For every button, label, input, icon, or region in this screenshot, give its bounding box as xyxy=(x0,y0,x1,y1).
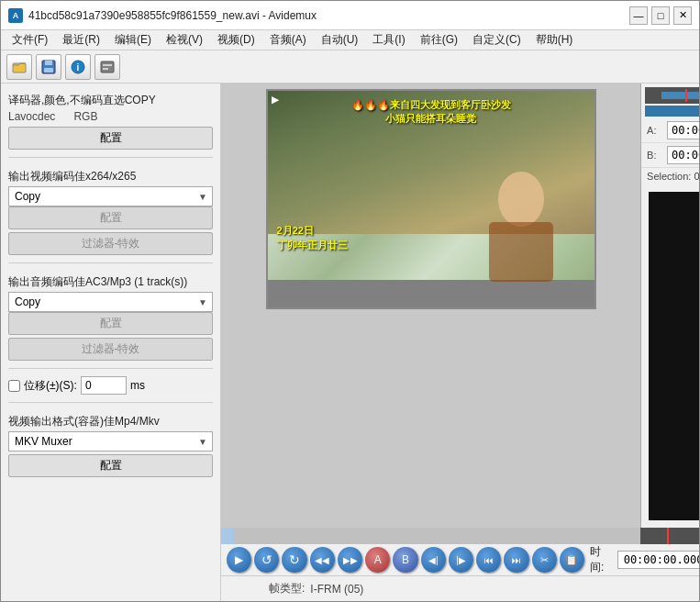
svg-rect-3 xyxy=(44,68,53,72)
audio-codec-label: 输出音频编码佳AC3/Mp3 (1 track(s)) xyxy=(8,274,213,290)
offset-input[interactable] xyxy=(81,376,127,395)
frame-type-label: 帧类型: xyxy=(269,581,305,596)
next-keyframe-button[interactable]: ⏭ xyxy=(504,547,528,573)
selection-indicator xyxy=(645,106,699,117)
selection-value: 00:00:02.880 xyxy=(694,171,699,182)
cut-button[interactable]: ✂ xyxy=(532,547,557,573)
selection-info: Selection: 00:00:02.880 xyxy=(641,168,699,184)
video-preview: 🔥🔥🔥来自四大发现到客厅卧沙发 小猫只能搭耳朵睡觉 2月22日 丁卯年正月廿三 … xyxy=(266,89,596,309)
scrubber-side xyxy=(640,528,699,544)
svg-text:i: i xyxy=(77,62,80,72)
divider-2 xyxy=(8,262,213,263)
open-button[interactable] xyxy=(6,54,32,80)
codec-info: Lavocdec RGB xyxy=(8,110,213,123)
toolbar: i xyxy=(1,50,699,84)
menu-video[interactable]: 视频(D) xyxy=(210,30,262,50)
menu-edit[interactable]: 编辑(E) xyxy=(107,30,159,50)
app-icon: A xyxy=(8,8,23,23)
window-title: 41bcd58c91a7390e958855fc9f861559_new.avi… xyxy=(28,9,317,22)
time-label: 时间: xyxy=(590,544,615,575)
scrubber-main[interactable] xyxy=(221,528,640,544)
video-floor xyxy=(268,280,594,307)
svg-rect-10 xyxy=(489,222,553,282)
svg-point-9 xyxy=(498,172,544,227)
title-bar: A 41bcd58c91a7390e958855fc9f861559_new.a… xyxy=(1,1,699,30)
timecode-b-value: 00:00:02.880 xyxy=(667,146,699,164)
container-select-wrapper: MKV Muxer MP4 Muxer AVI Muxer ▼ xyxy=(8,431,213,452)
save-button[interactable] xyxy=(36,54,61,80)
timecode-a-value: 00:00:00.000 xyxy=(667,121,699,139)
video-text-line2: 小猫只能搭耳朵睡觉 xyxy=(268,112,594,126)
audio-codec-select-wrapper: Copy AAC MP3 AC3 ▼ xyxy=(8,292,213,312)
decoder-label: 译码器,颜色,不编码直选COPY xyxy=(8,93,213,108)
timecode-a-row: A: 00:00:00.000 xyxy=(641,118,699,143)
menu-tools[interactable]: 工具(I) xyxy=(365,30,412,50)
divider-3 xyxy=(8,368,213,369)
left-panel: 译码器,颜色,不编码直选COPY Lavocdec RGB 配置 输出视频编码佳… xyxy=(1,84,221,601)
frame-type-value: I-FRM (05) xyxy=(310,583,363,596)
audio-filter-button[interactable]: 过滤器-特效 xyxy=(8,338,213,361)
paste-button[interactable]: 📋 xyxy=(560,547,584,573)
info-button[interactable]: i xyxy=(65,54,91,80)
timecode-b-row: B: 00:00:02.880 xyxy=(641,143,699,168)
audio-codec-select[interactable]: Copy AAC MP3 AC3 xyxy=(8,292,213,312)
cut-end-button[interactable]: |▶ xyxy=(449,547,473,573)
mini-scrubber[interactable] xyxy=(645,87,699,104)
menu-bar: 文件(F) 最近(R) 编辑(E) 检视(V) 视频(D) 音频(A) 自动(U… xyxy=(1,30,699,50)
video-date-line1: 2月22日 xyxy=(277,224,348,238)
video-section: 🔥🔥🔥来自四大发现到客厅卧沙发 小猫只能搭耳朵睡觉 2月22日 丁卯年正月廿三 … xyxy=(221,84,640,528)
mini-scrubber-bar xyxy=(661,92,699,99)
selection-label: Selection: xyxy=(647,171,691,182)
offset-checkbox[interactable] xyxy=(8,380,20,392)
menu-custom[interactable]: 自定义(C) xyxy=(465,30,528,50)
video-overlay-text: 🔥🔥🔥来自四大发现到客厅卧沙发 小猫只能搭耳朵睡觉 xyxy=(268,98,594,127)
video-date-line2: 丁卯年正月廿三 xyxy=(277,239,348,252)
container-label: 视频输出格式(容器)佳Mp4/Mkv xyxy=(8,414,213,429)
menu-auto[interactable]: 自动(U) xyxy=(314,30,366,50)
video-filter-button[interactable]: 过滤器-特效 xyxy=(8,232,213,255)
play-button[interactable]: ▶ xyxy=(227,547,251,573)
right-info-panel: A: 00:00:00.000 B: 00:00:02.880 Selectio… xyxy=(640,84,699,528)
menu-help[interactable]: 帮助(H) xyxy=(528,30,581,50)
menu-view[interactable]: 检视(V) xyxy=(159,30,210,50)
timecode-b-label: B: xyxy=(647,150,663,161)
forward-button[interactable]: ↻ xyxy=(282,547,306,573)
prev-keyframe-button[interactable]: ⏮ xyxy=(476,547,501,573)
menu-recent[interactable]: 最近(R) xyxy=(55,30,107,50)
right-area: 🔥🔥🔥来自四大发现到客厅卧沙发 小猫只能搭耳朵睡觉 2月22日 丁卯年正月廿三 … xyxy=(221,84,699,601)
content-area: 译码器,颜色,不编码直选COPY Lavocdec RGB 配置 输出视频编码佳… xyxy=(1,84,699,601)
container-config-button[interactable]: 配置 xyxy=(8,454,213,477)
container-section: 视频输出格式(容器)佳Mp4/Mkv MKV Muxer MP4 Muxer A… xyxy=(8,410,213,477)
maximize-button[interactable]: □ xyxy=(651,6,670,25)
svg-rect-2 xyxy=(45,61,52,65)
video-text-line1: 🔥🔥🔥来自四大发现到客厅卧沙发 xyxy=(268,98,594,112)
mark-a-button[interactable]: A xyxy=(365,547,390,573)
scrubber-red-marker xyxy=(667,528,669,544)
menu-goto[interactable]: 前往(G) xyxy=(413,30,465,50)
title-bar-left: A 41bcd58c91a7390e958855fc9f861559_new.a… xyxy=(8,8,317,23)
audio-codec-section: 输出音频编码佳AC3/Mp3 (1 track(s)) Copy AAC MP3… xyxy=(8,271,213,361)
status-bar: 帧类型: I-FRM (05) xyxy=(221,575,699,601)
container-select[interactable]: MKV Muxer MP4 Muxer AVI Muxer xyxy=(8,431,213,452)
mark-b-button[interactable]: B xyxy=(393,547,417,573)
rewind-button[interactable]: ↺ xyxy=(254,547,279,573)
video-config-button[interactable]: 配置 xyxy=(8,206,213,229)
next-frame-button[interactable]: ▶▶ xyxy=(338,547,362,573)
title-bar-controls: — □ ✕ xyxy=(629,6,692,25)
video-codec-select[interactable]: Copy x264 x265 MPEG4 xyxy=(8,186,213,206)
menu-audio[interactable]: 音频(A) xyxy=(262,30,314,50)
decoder-config-button[interactable]: 配置 xyxy=(8,127,213,150)
video-codec-section: 输出视频编码佳x264/x265 Copy x264 x265 MPEG4 ▼ … xyxy=(8,165,213,255)
minimize-button[interactable]: — xyxy=(629,6,648,25)
tiktok-icon: ▶ xyxy=(272,95,279,105)
cut-start-button[interactable]: ◀| xyxy=(421,547,446,573)
offset-unit: ms xyxy=(130,379,145,392)
audio-config-button[interactable]: 配置 xyxy=(8,312,213,335)
app-window: A 41bcd58c91a7390e958855fc9f861559_new.a… xyxy=(0,0,700,602)
prev-frame-button[interactable]: ◀◀ xyxy=(310,547,335,573)
menu-file[interactable]: 文件(F) xyxy=(5,30,55,50)
properties-button[interactable] xyxy=(94,54,120,80)
close-button[interactable]: ✕ xyxy=(673,6,692,25)
mini-preview-area xyxy=(645,188,699,524)
transport-row: ▶ ↺ ↻ ◀◀ ▶▶ A B ◀| |▶ ⏮ ⏭ ✂ 📋 时间: 00:00:… xyxy=(221,544,699,575)
